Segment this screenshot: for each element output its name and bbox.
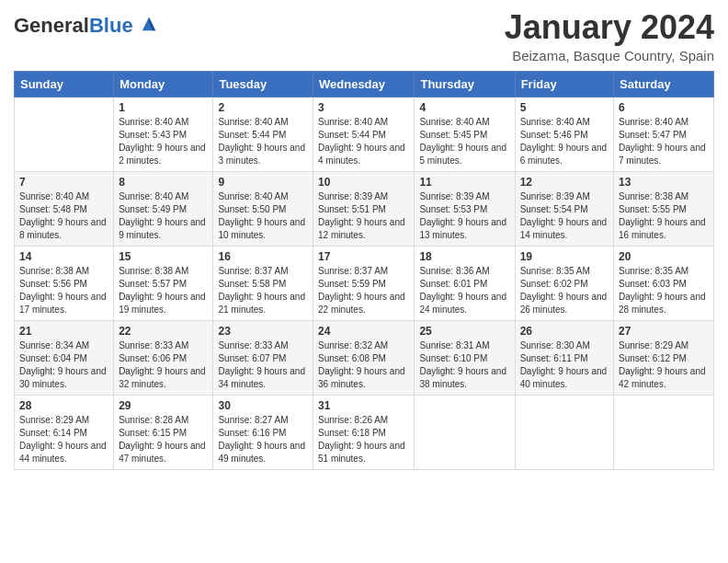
day-number: 27 xyxy=(619,325,709,338)
logo-blue-text: Blue xyxy=(89,14,133,37)
calendar-cell: 11Sunrise: 8:39 AMSunset: 5:53 PMDayligh… xyxy=(415,171,515,246)
day-info: Sunrise: 8:39 AMSunset: 5:54 PMDaylight:… xyxy=(520,190,609,242)
day-number: 25 xyxy=(419,325,509,338)
day-info: Sunrise: 8:30 AMSunset: 6:11 PMDaylight:… xyxy=(520,339,609,391)
logo-general-text: General xyxy=(14,14,89,37)
calendar-cell: 30Sunrise: 8:27 AMSunset: 6:16 PMDayligh… xyxy=(213,395,313,469)
day-number: 28 xyxy=(19,399,108,412)
calendar-cell: 16Sunrise: 8:37 AMSunset: 5:58 PMDayligh… xyxy=(213,246,313,320)
day-info: Sunrise: 8:40 AMSunset: 5:45 PMDaylight:… xyxy=(419,116,509,167)
day-number: 24 xyxy=(318,325,409,338)
day-info: Sunrise: 8:40 AMSunset: 5:50 PMDaylight:… xyxy=(218,190,308,242)
day-number: 21 xyxy=(19,325,108,338)
calendar-cell: 24Sunrise: 8:32 AMSunset: 6:08 PMDayligh… xyxy=(313,320,415,395)
day-info: Sunrise: 8:40 AMSunset: 5:44 PMDaylight:… xyxy=(218,116,308,167)
calendar-cell: 19Sunrise: 8:35 AMSunset: 6:02 PMDayligh… xyxy=(515,246,613,320)
day-number: 12 xyxy=(520,176,609,189)
weekday-header-thursday: Thursday xyxy=(415,71,515,97)
calendar-cell: 9Sunrise: 8:40 AMSunset: 5:50 PMDaylight… xyxy=(213,171,313,246)
page-header: GeneralBlue January 2024 Beizama, Basque… xyxy=(14,9,714,63)
day-number: 11 xyxy=(419,176,509,189)
calendar-cell: 26Sunrise: 8:30 AMSunset: 6:11 PMDayligh… xyxy=(515,320,613,395)
day-info: Sunrise: 8:32 AMSunset: 6:08 PMDaylight:… xyxy=(318,339,409,391)
calendar-cell: 27Sunrise: 8:29 AMSunset: 6:12 PMDayligh… xyxy=(614,320,714,395)
calendar-cell: 31Sunrise: 8:26 AMSunset: 6:18 PMDayligh… xyxy=(313,395,415,469)
day-info: Sunrise: 8:26 AMSunset: 6:18 PMDaylight:… xyxy=(318,414,409,465)
day-info: Sunrise: 8:40 AMSunset: 5:43 PMDaylight:… xyxy=(119,116,208,167)
weekday-header-friday: Friday xyxy=(515,71,613,97)
calendar-cell: 12Sunrise: 8:39 AMSunset: 5:54 PMDayligh… xyxy=(515,171,613,246)
month-title: January 2024 xyxy=(505,9,714,46)
calendar-cell: 15Sunrise: 8:38 AMSunset: 5:57 PMDayligh… xyxy=(114,246,213,320)
location-subtitle: Beizama, Basque Country, Spain xyxy=(505,48,714,63)
calendar-cell: 13Sunrise: 8:38 AMSunset: 5:55 PMDayligh… xyxy=(614,171,714,246)
day-number: 14 xyxy=(19,250,108,263)
day-info: Sunrise: 8:40 AMSunset: 5:49 PMDaylight:… xyxy=(119,190,208,242)
calendar-cell: 4Sunrise: 8:40 AMSunset: 5:45 PMDaylight… xyxy=(415,97,515,171)
day-info: Sunrise: 8:28 AMSunset: 6:15 PMDaylight:… xyxy=(119,414,208,465)
calendar-table: SundayMondayTuesdayWednesdayThursdayFrid… xyxy=(14,71,714,470)
weekday-header-saturday: Saturday xyxy=(614,71,714,97)
day-info: Sunrise: 8:29 AMSunset: 6:14 PMDaylight:… xyxy=(19,414,108,465)
logo-icon xyxy=(141,16,157,32)
day-info: Sunrise: 8:33 AMSunset: 6:07 PMDaylight:… xyxy=(218,339,308,391)
day-number: 6 xyxy=(619,101,709,114)
calendar-week-row: 28Sunrise: 8:29 AMSunset: 6:14 PMDayligh… xyxy=(15,395,714,469)
day-info: Sunrise: 8:31 AMSunset: 6:10 PMDaylight:… xyxy=(419,339,509,391)
day-info: Sunrise: 8:38 AMSunset: 5:57 PMDaylight:… xyxy=(119,265,208,316)
weekday-header-wednesday: Wednesday xyxy=(313,71,415,97)
day-number: 3 xyxy=(318,101,409,114)
day-info: Sunrise: 8:40 AMSunset: 5:44 PMDaylight:… xyxy=(318,116,409,167)
day-info: Sunrise: 8:40 AMSunset: 5:48 PMDaylight:… xyxy=(19,190,108,242)
day-number: 1 xyxy=(119,101,208,114)
day-info: Sunrise: 8:37 AMSunset: 5:58 PMDaylight:… xyxy=(218,265,308,316)
day-info: Sunrise: 8:37 AMSunset: 5:59 PMDaylight:… xyxy=(318,265,409,316)
day-number: 4 xyxy=(419,101,509,114)
calendar-cell xyxy=(15,97,114,171)
calendar-week-row: 14Sunrise: 8:38 AMSunset: 5:56 PMDayligh… xyxy=(15,246,714,320)
day-number: 8 xyxy=(119,176,208,189)
day-info: Sunrise: 8:29 AMSunset: 6:12 PMDaylight:… xyxy=(619,339,709,391)
day-info: Sunrise: 8:40 AMSunset: 5:46 PMDaylight:… xyxy=(520,116,609,167)
logo: GeneralBlue xyxy=(14,15,157,37)
calendar-cell: 6Sunrise: 8:40 AMSunset: 5:47 PMDaylight… xyxy=(614,97,714,171)
day-number: 30 xyxy=(218,399,308,412)
weekday-header-monday: Monday xyxy=(114,71,213,97)
calendar-cell: 17Sunrise: 8:37 AMSunset: 5:59 PMDayligh… xyxy=(313,246,415,320)
calendar-cell: 29Sunrise: 8:28 AMSunset: 6:15 PMDayligh… xyxy=(114,395,213,469)
day-info: Sunrise: 8:35 AMSunset: 6:02 PMDaylight:… xyxy=(520,265,609,316)
day-number: 17 xyxy=(318,250,409,263)
calendar-cell: 7Sunrise: 8:40 AMSunset: 5:48 PMDaylight… xyxy=(15,171,114,246)
calendar-cell: 5Sunrise: 8:40 AMSunset: 5:46 PMDaylight… xyxy=(515,97,613,171)
calendar-cell: 21Sunrise: 8:34 AMSunset: 6:04 PMDayligh… xyxy=(15,320,114,395)
day-info: Sunrise: 8:27 AMSunset: 6:16 PMDaylight:… xyxy=(218,414,308,465)
calendar-cell: 20Sunrise: 8:35 AMSunset: 6:03 PMDayligh… xyxy=(614,246,714,320)
calendar-cell: 23Sunrise: 8:33 AMSunset: 6:07 PMDayligh… xyxy=(213,320,313,395)
calendar-cell: 25Sunrise: 8:31 AMSunset: 6:10 PMDayligh… xyxy=(415,320,515,395)
calendar-cell: 28Sunrise: 8:29 AMSunset: 6:14 PMDayligh… xyxy=(15,395,114,469)
calendar-cell: 18Sunrise: 8:36 AMSunset: 6:01 PMDayligh… xyxy=(415,246,515,320)
day-number: 19 xyxy=(520,250,609,263)
day-number: 26 xyxy=(520,325,609,338)
day-number: 16 xyxy=(218,250,308,263)
day-info: Sunrise: 8:38 AMSunset: 5:56 PMDaylight:… xyxy=(19,265,108,316)
day-number: 13 xyxy=(619,176,709,189)
calendar-cell: 8Sunrise: 8:40 AMSunset: 5:49 PMDaylight… xyxy=(114,171,213,246)
day-number: 22 xyxy=(119,325,208,338)
day-number: 29 xyxy=(119,399,208,412)
weekday-header-tuesday: Tuesday xyxy=(213,71,313,97)
day-number: 5 xyxy=(520,101,609,114)
day-info: Sunrise: 8:33 AMSunset: 6:06 PMDaylight:… xyxy=(119,339,208,391)
day-number: 9 xyxy=(218,176,308,189)
calendar-cell: 1Sunrise: 8:40 AMSunset: 5:43 PMDaylight… xyxy=(114,97,213,171)
calendar-cell: 3Sunrise: 8:40 AMSunset: 5:44 PMDaylight… xyxy=(313,97,415,171)
calendar-cell xyxy=(614,395,714,469)
day-info: Sunrise: 8:38 AMSunset: 5:55 PMDaylight:… xyxy=(619,190,709,242)
day-number: 7 xyxy=(19,176,108,189)
calendar-cell: 2Sunrise: 8:40 AMSunset: 5:44 PMDaylight… xyxy=(213,97,313,171)
calendar-cell: 14Sunrise: 8:38 AMSunset: 5:56 PMDayligh… xyxy=(15,246,114,320)
day-info: Sunrise: 8:39 AMSunset: 5:53 PMDaylight:… xyxy=(419,190,509,242)
day-info: Sunrise: 8:34 AMSunset: 6:04 PMDaylight:… xyxy=(19,339,108,391)
calendar-week-row: 7Sunrise: 8:40 AMSunset: 5:48 PMDaylight… xyxy=(15,171,714,246)
day-number: 31 xyxy=(318,399,409,412)
